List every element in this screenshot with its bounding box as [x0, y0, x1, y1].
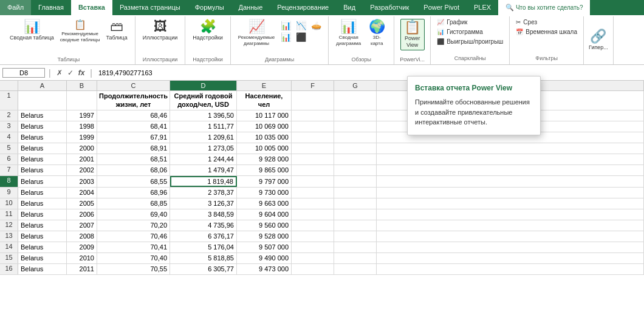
cell-d-8[interactable]: 1 819,48 [170, 176, 237, 187]
cell-d-13[interactable]: 6 376,17 [170, 231, 237, 242]
cell-f-13[interactable] [292, 231, 334, 242]
cell-e-2[interactable]: 10 117 000 [237, 110, 292, 121]
cell-g-4[interactable] [334, 132, 377, 143]
col-header-e[interactable]: E [237, 81, 292, 90]
cell-c-14[interactable]: 70,41 [97, 242, 170, 252]
cell-b-13[interactable]: 2008 [67, 231, 97, 242]
row-number[interactable]: 12 [0, 220, 18, 231]
cell-a-1[interactable] [18, 91, 67, 110]
cell-b-10[interactable]: 2005 [67, 198, 97, 209]
cell-d-12[interactable]: 4 735,96 [170, 220, 237, 231]
cell-a-6[interactable]: Belarus [18, 154, 67, 164]
insert-function-button[interactable]: fx [77, 67, 87, 78]
cell-f-3[interactable] [292, 121, 334, 132]
tab-home[interactable]: Главная [31, 0, 71, 15]
cell-c-2[interactable]: 68,46 [97, 110, 170, 121]
cell-f-5[interactable] [292, 143, 334, 154]
pie-chart-button[interactable]: 🥧 [309, 20, 323, 31]
cell-f-4[interactable] [292, 132, 334, 143]
cell-g-6[interactable] [334, 154, 377, 164]
cell-b-9[interactable]: 2004 [67, 188, 97, 198]
cell-b-6[interactable]: 2001 [67, 154, 97, 164]
addins-button[interactable]: 🧩 Надстройки [190, 19, 225, 42]
row-number[interactable]: 4 [0, 132, 18, 143]
cell-a-4[interactable]: Belarus [18, 132, 67, 143]
cell-c-8[interactable]: 68,55 [97, 176, 170, 187]
row-number[interactable]: 10 [0, 198, 18, 209]
cell-c-15[interactable]: 70,40 [97, 253, 170, 263]
cell-a-9[interactable]: Belarus [18, 188, 67, 198]
cell-a-5[interactable]: Belarus [18, 143, 67, 154]
cell-g-13[interactable] [334, 231, 377, 242]
cell-e-5[interactable]: 10 005 000 [237, 143, 292, 154]
illustrations-button[interactable]: 🖼 Иллюстрации [140, 19, 180, 42]
cell-g-1[interactable] [334, 91, 377, 110]
row-number[interactable]: 14 [0, 242, 18, 252]
recommended-charts-button[interactable]: 📈 Рекомендуемыедиаграммы [236, 19, 278, 47]
cell-g-11[interactable] [334, 209, 377, 220]
cell-f-9[interactable] [292, 188, 334, 198]
cell-c-11[interactable]: 69,40 [97, 209, 170, 220]
cell-c-12[interactable]: 70,20 [97, 220, 170, 231]
cell-b-15[interactable]: 2010 [67, 253, 97, 263]
cell-g-7[interactable] [334, 165, 377, 175]
cell-d-15[interactable]: 5 818,85 [170, 253, 237, 263]
row-number[interactable]: 15 [0, 253, 18, 263]
tab-page[interactable]: Разметка страницы [112, 0, 188, 15]
cell-b-12[interactable]: 2007 [67, 220, 97, 231]
cell-e-3[interactable]: 10 069 000 [237, 121, 292, 132]
cell-e-14[interactable]: 9 507 000 [237, 242, 292, 252]
scatter-chart-button[interactable]: ⬛ [293, 32, 308, 42]
cell-g-2[interactable] [334, 110, 377, 121]
cell-e-4[interactable]: 10 035 000 [237, 132, 292, 143]
tab-review[interactable]: Рецензирование [270, 0, 336, 15]
cell-e-16[interactable]: 9 473 000 [237, 264, 292, 274]
cell-c-1[interactable]: Продолжительность жизни, лет [97, 91, 170, 110]
cell-g-14[interactable] [334, 242, 377, 252]
cell-c-5[interactable]: 68,91 [97, 143, 170, 154]
cell-e-1[interactable]: Население, чел [237, 91, 292, 110]
cell-f-6[interactable] [292, 154, 334, 164]
cell-a-11[interactable]: Belarus [18, 209, 67, 220]
cell-f-16[interactable] [292, 264, 334, 274]
table-button[interactable]: 🗃 Таблица [103, 19, 129, 42]
tab-plex[interactable]: PLEX [467, 0, 498, 15]
cell-e-8[interactable]: 9 797 000 [237, 176, 292, 187]
tab-formulas[interactable]: Формулы [188, 0, 231, 15]
cell-a-14[interactable]: Belarus [18, 242, 67, 252]
row-number[interactable]: 11 [0, 209, 18, 220]
cell-e-9[interactable]: 9 730 000 [237, 188, 292, 198]
cell-f-11[interactable] [292, 209, 334, 220]
col-header-f[interactable]: F [292, 81, 334, 90]
cell-a-2[interactable]: Belarus [18, 110, 67, 121]
cell-f-14[interactable] [292, 242, 334, 252]
graph-sparkline-button[interactable]: 📈 График [433, 18, 507, 27]
power-view-button[interactable]: 📋 PowerView [400, 19, 425, 50]
line-chart-button[interactable]: 📉 [293, 20, 308, 31]
cell-e-7[interactable]: 9 865 000 [237, 165, 292, 175]
cell-f-7[interactable] [292, 165, 334, 175]
confirm-formula-button[interactable]: ✓ [66, 67, 75, 78]
cell-b-7[interactable]: 2002 [67, 165, 97, 175]
cell-d-7[interactable]: 1 479,47 [170, 165, 237, 175]
cancel-formula-button[interactable]: ✗ [55, 67, 64, 78]
cell-a-16[interactable]: Belarus [18, 264, 67, 274]
formula-input[interactable] [96, 69, 642, 76]
cell-a-3[interactable]: Belarus [18, 121, 67, 132]
cell-c-13[interactable]: 70,46 [97, 231, 170, 242]
cell-c-16[interactable]: 70,55 [97, 264, 170, 274]
cell-c-6[interactable]: 68,51 [97, 154, 170, 164]
cell-b-14[interactable]: 2009 [67, 242, 97, 252]
tab-data[interactable]: Данные [231, 0, 270, 15]
cell-d-14[interactable]: 5 176,04 [170, 242, 237, 252]
name-box[interactable] [2, 68, 45, 78]
tab-search[interactable]: 🔍 Что вы хотите сделать? [498, 0, 590, 15]
pivot-chart-button[interactable]: 📊 Своднаядиаграмма [334, 19, 363, 47]
row-number[interactable]: 6 [0, 154, 18, 164]
3dmap-button[interactable]: 🌍 3D-карта [365, 19, 389, 47]
cell-e-10[interactable]: 9 663 000 [237, 198, 292, 209]
cell-c-3[interactable]: 68,41 [97, 121, 170, 132]
tab-view[interactable]: Вид [336, 0, 363, 15]
cell-e-6[interactable]: 9 928 000 [237, 154, 292, 164]
row-number[interactable]: 2 [0, 110, 18, 121]
